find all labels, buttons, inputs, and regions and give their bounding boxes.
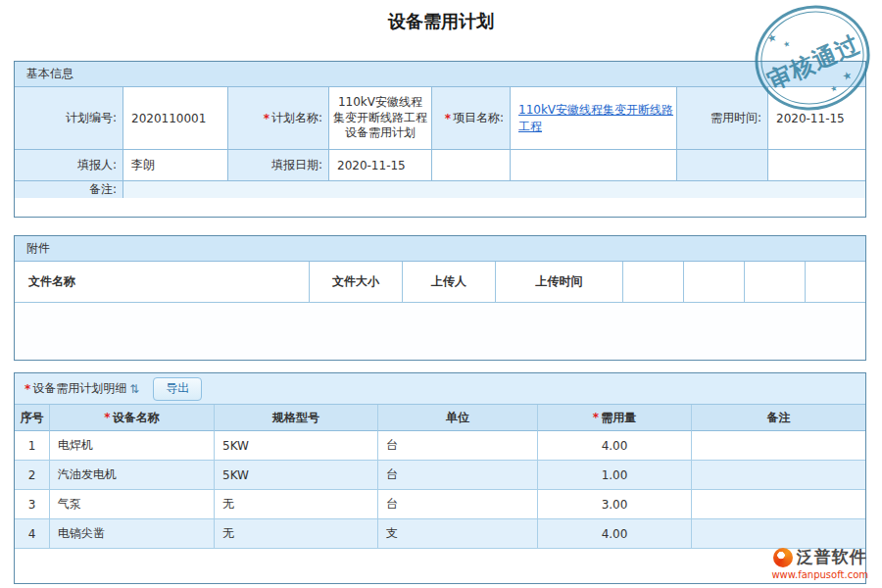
row-no-cell: 3: [15, 490, 50, 519]
star-icon: ★: [782, 39, 791, 50]
project-name-cell: 110kV安徽线程集变开断线路工程: [511, 87, 677, 150]
basic-info-header: 基本信息: [15, 62, 865, 87]
reporter-value: 李朗: [123, 150, 228, 181]
device-name-cell: 气泵: [50, 490, 215, 519]
export-button[interactable]: 导出: [153, 377, 202, 401]
required-marker: *: [593, 411, 599, 424]
details-empty-footer: [15, 549, 865, 584]
spec-cell: 5KW: [215, 461, 378, 490]
unit-cell: 支: [378, 519, 538, 549]
device-name-cell: 电焊机: [50, 431, 215, 461]
spec-cell: 5KW: [215, 431, 378, 461]
device-name-cell: 电镐尖凿: [50, 519, 215, 549]
file-size-column-header: 文件大小: [310, 262, 403, 302]
qty-cell: 3.00: [538, 490, 692, 519]
attachments-header-row: 文件名称 文件大小 上传人 上传时间: [15, 262, 865, 303]
remark-column-header: 备注: [692, 405, 865, 431]
empty-cell: [677, 150, 768, 181]
empty-column-header: [745, 262, 806, 302]
uploader-column-header: 上传人: [403, 262, 496, 302]
table-row: 4 电镐尖凿 无 支 4.00: [15, 519, 865, 549]
unit-cell: 台: [378, 461, 538, 490]
row-no-cell: 4: [15, 519, 50, 549]
fanpu-logo-icon: [773, 548, 793, 567]
table-row: 1 电焊机 5KW 台 4.00: [15, 431, 865, 461]
remark-cell: [692, 461, 865, 490]
table-row: 2 汽油发电机 5KW 台 1.00: [15, 461, 865, 490]
empty-cell: [768, 150, 865, 181]
fanpu-logo: 泛普软件 www.fanpusoft.com: [771, 546, 868, 580]
remark-cell: [692, 490, 865, 519]
empty-cell: [432, 150, 511, 181]
row-no-cell: 1: [15, 431, 50, 461]
unit-cell: 台: [378, 490, 538, 519]
qty-cell: 4.00: [538, 431, 692, 461]
upload-time-column-header: 上传时间: [496, 262, 623, 302]
empty-column-header: [623, 262, 684, 302]
brand-name: 泛普软件: [797, 546, 867, 568]
remark-cell: [692, 431, 865, 461]
required-marker: *: [24, 382, 30, 396]
attachments-header: 附件: [15, 236, 865, 262]
remark-label: 备注:: [15, 181, 123, 198]
project-name-label: *项目名称:: [432, 87, 511, 150]
plan-name-label: *计划名称:: [228, 87, 329, 150]
need-time-value: 2020-11-15: [768, 87, 865, 150]
details-title: 设备需用计划明细: [32, 380, 126, 397]
qty-cell: 1.00: [538, 461, 692, 490]
details-section: * 设备需用计划明细 ⇅ 导出 序号 *设备名称 规格型号 单位 *需用量 备注…: [14, 372, 866, 584]
empty-column-header: [684, 262, 745, 302]
remark-cell: [692, 519, 865, 549]
empty-column-header: [806, 262, 865, 302]
empty-cell: [511, 150, 677, 181]
report-date-label: 填报日期:: [228, 150, 329, 181]
qty-column-header: *需用量: [538, 405, 692, 431]
required-marker: *: [445, 112, 451, 125]
attachments-section: 附件 文件名称 文件大小 上传人 上传时间: [14, 235, 866, 361]
no-column-header: 序号: [15, 405, 50, 431]
unit-cell: 台: [378, 431, 538, 461]
file-name-column-header: 文件名称: [15, 262, 310, 302]
equipment-plan-page: 设备需用计划 审核通过 ★ ★ ★ ★ 基本信息 计划编号: 202011000…: [0, 0, 882, 588]
device-name-cell: 汽油发电机: [50, 461, 215, 490]
required-marker: *: [104, 411, 110, 424]
basic-info-section: 基本信息 计划编号: 2020110001 *计划名称: 110kV安徽线程集变…: [14, 61, 866, 218]
need-time-label: 需用时间:: [677, 87, 768, 150]
table-row: 3 气泵 无 台 3.00: [15, 490, 865, 519]
attachments-empty-body: [15, 303, 865, 360]
reporter-label: 填报人:: [15, 150, 123, 181]
report-date-value: 2020-11-15: [329, 150, 432, 181]
qty-cell: 4.00: [538, 519, 692, 549]
row-no-cell: 2: [15, 461, 50, 490]
basic-info-grid: 计划编号: 2020110001 *计划名称: 110kV安徽线程集变开断线路工…: [15, 87, 865, 198]
brand-url: www.fanpusoft.com: [771, 569, 868, 580]
remark-value: [123, 181, 865, 198]
details-toolbar: * 设备需用计划明细 ⇅ 导出: [15, 373, 865, 405]
spec-column-header: 规格型号: [215, 405, 378, 431]
plan-no-label: 计划编号:: [15, 87, 123, 150]
spec-cell: 无: [215, 519, 378, 549]
page-title: 设备需用计划: [0, 10, 882, 33]
spec-cell: 无: [215, 490, 378, 519]
device-name-column-header: *设备名称: [50, 405, 215, 431]
plan-name-value: 110kV安徽线程集变开断线路工程设备需用计划: [329, 87, 432, 150]
unit-column-header: 单位: [378, 405, 538, 431]
sort-icon[interactable]: ⇅: [129, 382, 139, 396]
plan-no-value: 2020110001: [123, 87, 228, 150]
project-name-link[interactable]: 110kV安徽线程集变开断线路工程: [518, 102, 676, 133]
required-marker: *: [264, 112, 270, 125]
details-header-row: 序号 *设备名称 规格型号 单位 *需用量 备注: [15, 405, 865, 431]
